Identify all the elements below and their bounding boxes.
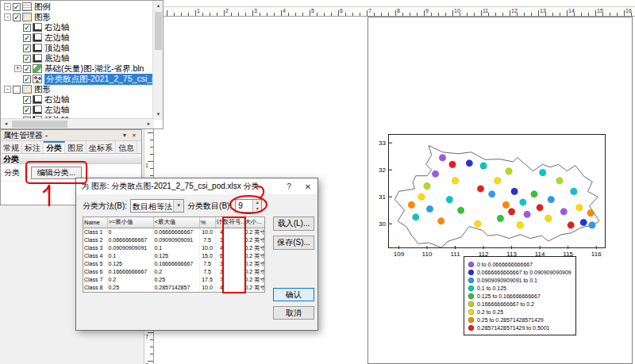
tree-vertical-scrollbar[interactable]: ▲ ▼ — [152, 1, 163, 120]
chevron-down-icon[interactable]: ▼ — [173, 200, 183, 212]
tab-标注[interactable]: 标注 — [22, 141, 44, 153]
scroll-thumb[interactable] — [155, 12, 162, 50]
cell-symbol[interactable] — [228, 252, 244, 260]
tab-分类[interactable]: 分类 — [44, 141, 65, 153]
class-row[interactable]: Class 20.066666666670.090909090917.530.2… — [83, 236, 264, 244]
close-icon[interactable]: ✕ — [298, 182, 318, 191]
panel-menu-icon[interactable]: ▼ — [120, 132, 129, 138]
class-row[interactable]: Class 60.166666666670.27.530.2 英寸 — [83, 268, 264, 276]
column-header-Name[interactable]: Name — [83, 217, 107, 228]
expand-toggle-icon[interactable]: - — [4, 13, 11, 21]
legend-entry: 0.0666666666667 to 0.0909090909091 — [468, 268, 572, 276]
visibility-checkbox[interactable]: ✓ — [13, 13, 21, 21]
class-row[interactable]: Class 50.1250.166666666677.530.2 英寸 — [83, 260, 264, 268]
visibility-checkbox[interactable]: ✓ — [23, 55, 31, 63]
scroll-up-icon[interactable]: ▲ — [153, 1, 164, 11]
class-row[interactable]: Class 30.090909090910.110.040.2 英寸 — [83, 244, 264, 252]
visibility-checkbox[interactable]: ✓ — [23, 75, 31, 83]
class-row[interactable]: Class 40.10.12515.060.2 英寸 — [83, 252, 264, 260]
tree-horizontal-scrollbar[interactable]: ◄ ► — [1, 118, 154, 128]
tree-item-分类散点图-2021_2_75_csi_pod.xlsx[interactable]: ✓分类散点图-2021_2_75_csi_pod.xlsx — [2, 74, 152, 84]
tree-item-基础(矢量)图-湖北-省界.bln[interactable]: +✓基础(矢量)图-湖北-省界.bln — [2, 63, 152, 74]
visibility-checkbox[interactable]: ✓ — [23, 34, 31, 42]
cell-size[interactable]: 0.2 英寸 — [244, 252, 264, 260]
tree-item-右边轴[interactable]: ✓右边轴 — [2, 22, 152, 33]
ruler-tick — [148, 361, 153, 362]
tree-item-左边轴[interactable]: ✓左边轴 — [2, 33, 152, 43]
visibility-checkbox[interactable]: ✓ — [23, 44, 31, 52]
cell-size[interactable]: 0.2 英寸 — [244, 260, 264, 268]
visibility-checkbox[interactable]: ✓ — [23, 96, 31, 104]
tree-item-右边轴[interactable]: ✓右边轴 — [2, 94, 152, 105]
stepper-down-icon[interactable]: ▼ — [253, 206, 261, 213]
class-row[interactable]: Class 80.250.285714285710.040.2 英寸 — [83, 284, 264, 292]
scroll-left-icon[interactable]: ◄ — [1, 119, 11, 129]
tab-坐标系[interactable]: 坐标系 — [87, 141, 116, 153]
cell-size[interactable]: 0.2 英寸 — [244, 236, 264, 244]
edit-classes-button[interactable]: 编辑分类... — [31, 167, 82, 179]
cell-symbol[interactable] — [228, 276, 244, 284]
tab-常规[interactable]: 常规 — [1, 141, 22, 153]
tree-item-顶边轴[interactable]: ✓顶边轴 — [2, 43, 152, 53]
stepper-arrows[interactable]: ▲ ▼ — [252, 200, 261, 212]
column-header-<最大值[interactable]: <最大值 — [153, 217, 199, 228]
scroll-down-icon[interactable]: ▼ — [153, 109, 164, 120]
ruler-tick — [510, 10, 510, 16]
visibility-checkbox[interactable]: ✓ — [13, 3, 21, 11]
scroll-right-icon[interactable]: ► — [144, 119, 154, 129]
panel-close-icon[interactable]: ✕ — [129, 132, 139, 139]
tab-图层[interactable]: 图层 — [65, 141, 87, 153]
ruler-tick — [610, 13, 610, 16]
cell-symbol[interactable] — [228, 268, 244, 276]
cell-size[interactable]: 0.2 英寸 — [244, 228, 264, 236]
class-row[interactable]: Class 90.28571428570.500112.550.2 英寸 — [83, 292, 264, 293]
y-tick-label: 31 — [379, 193, 386, 201]
cell-size[interactable]: 0.2 英寸 — [244, 268, 264, 276]
help-icon[interactable]: ? — [279, 182, 298, 191]
class-row[interactable]: Class 70.20.2517.570.2 英寸 — [83, 276, 264, 284]
scroll-thumb[interactable] — [12, 121, 67, 128]
cell-size[interactable]: 0.2 英寸 — [244, 276, 264, 284]
cell-symbol[interactable] — [228, 260, 244, 268]
visibility-checkbox[interactable]: ✓ — [23, 106, 31, 114]
save-button[interactable]: 保存(S)... — [273, 236, 314, 250]
ok-button[interactable]: 确认 — [273, 288, 314, 301]
cell-symbol[interactable] — [228, 292, 244, 293]
visibility-checkbox[interactable]: ✓ — [23, 24, 31, 32]
expand-toggle-icon[interactable]: - — [4, 86, 11, 93]
plot-page[interactable]: 10911011111211311411511630313233 0 to 0.… — [368, 17, 633, 364]
cell-size[interactable]: 0.2 英寸 — [244, 292, 264, 293]
column-header-符号...[interactable]: 符号... — [228, 217, 244, 228]
tree-item-图形[interactable]: -✓图形 — [2, 12, 152, 22]
cell-symbol[interactable] — [228, 284, 244, 292]
cell-size[interactable]: 0.2 英寸 — [244, 284, 264, 292]
column-header-计数[interactable]: 计数 — [215, 217, 228, 228]
tree-item-图例[interactable]: -✓图例 — [2, 2, 152, 12]
load-button[interactable]: 载入(L)... — [273, 216, 314, 231]
visibility-checkbox[interactable]: ✓ — [23, 65, 31, 73]
cell-symbol[interactable] — [228, 244, 244, 252]
cell-symbol[interactable] — [228, 236, 244, 244]
property-manager-titlebar[interactable]: 属性管理器 - ▼ ✕ — [1, 130, 141, 141]
map-frame[interactable]: 10911011111211311411511630313233 — [388, 134, 606, 248]
cell-size[interactable]: 0.2 英寸 — [244, 244, 264, 252]
tree-item-底边轴[interactable]: ✓底边轴 — [2, 53, 152, 63]
dialog-titlebar[interactable]: 为 图形: 分类散点图-2021_2_75_csi_pod.xlsx 分类 ? … — [76, 178, 318, 194]
column-header-%[interactable]: % — [199, 217, 215, 228]
column-header-大小...[interactable]: 大小... — [244, 217, 264, 228]
class-count-stepper[interactable]: 9 ▲ ▼ — [235, 199, 262, 213]
map-legend[interactable]: 0 to 0.06666666666670.0666666666667 to 0… — [464, 256, 576, 335]
visibility-checkbox[interactable] — [13, 86, 21, 94]
tree-item-左边轴[interactable]: ✓左边轴 — [2, 105, 152, 115]
stepper-up-icon[interactable]: ▲ — [253, 200, 261, 206]
tab-信息[interactable]: 信息 — [116, 141, 137, 153]
cancel-button[interactable]: 取消 — [273, 306, 314, 320]
expand-toggle-icon[interactable]: + — [14, 65, 21, 72]
classes-table[interactable]: Name>=最小值<最大值%计数符号...大小... Class 100.066… — [83, 216, 265, 293]
column-header->=最小值[interactable]: >=最小值 — [107, 217, 153, 228]
binning-method-select[interactable]: 数目相等法 ▼ — [130, 199, 184, 213]
expand-toggle-icon[interactable]: - — [4, 3, 11, 10]
class-row[interactable]: Class 100.0666666666710.040.2 英寸 — [83, 228, 264, 236]
cell-symbol[interactable] — [228, 228, 244, 236]
tree-item-图形[interactable]: -图形 — [2, 84, 152, 94]
